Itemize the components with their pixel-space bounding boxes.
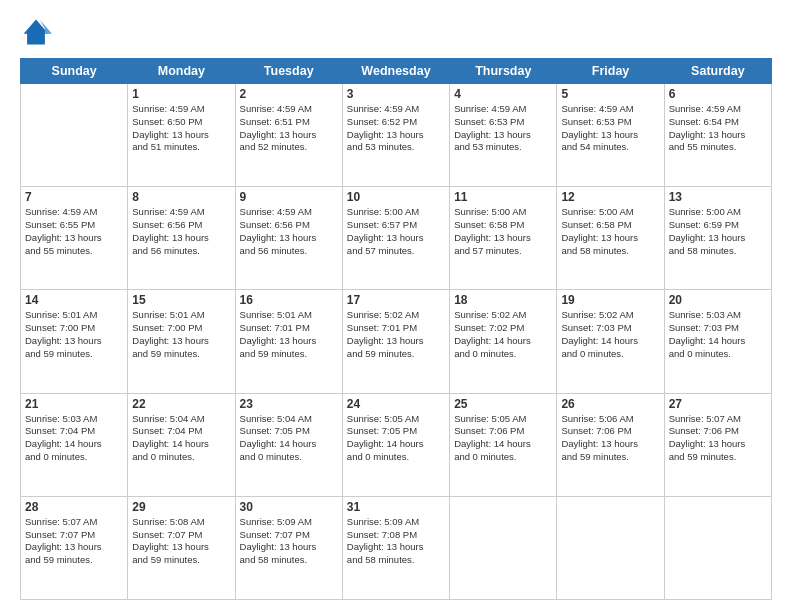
day-number: 7 <box>25 190 123 204</box>
calendar-cell: 28Sunrise: 5:07 AMSunset: 7:07 PMDayligh… <box>21 496 128 599</box>
day-number: 15 <box>132 293 230 307</box>
day-number: 2 <box>240 87 338 101</box>
calendar-cell <box>557 496 664 599</box>
calendar-cell <box>664 496 771 599</box>
day-number: 4 <box>454 87 552 101</box>
logo <box>20 16 56 48</box>
calendar-cell: 4Sunrise: 4:59 AMSunset: 6:53 PMDaylight… <box>450 84 557 187</box>
cell-info: Sunrise: 5:00 AMSunset: 6:59 PMDaylight:… <box>669 206 767 257</box>
cell-info: Sunrise: 4:59 AMSunset: 6:52 PMDaylight:… <box>347 103 445 154</box>
col-header-thursday: Thursday <box>450 59 557 84</box>
day-number: 24 <box>347 397 445 411</box>
cell-info: Sunrise: 5:02 AMSunset: 7:01 PMDaylight:… <box>347 309 445 360</box>
day-number: 10 <box>347 190 445 204</box>
day-number: 28 <box>25 500 123 514</box>
day-number: 26 <box>561 397 659 411</box>
calendar-cell: 25Sunrise: 5:05 AMSunset: 7:06 PMDayligh… <box>450 393 557 496</box>
calendar-cell: 12Sunrise: 5:00 AMSunset: 6:58 PMDayligh… <box>557 187 664 290</box>
calendar-cell: 31Sunrise: 5:09 AMSunset: 7:08 PMDayligh… <box>342 496 449 599</box>
cell-info: Sunrise: 4:59 AMSunset: 6:55 PMDaylight:… <box>25 206 123 257</box>
calendar-cell: 2Sunrise: 4:59 AMSunset: 6:51 PMDaylight… <box>235 84 342 187</box>
day-number: 21 <box>25 397 123 411</box>
day-number: 22 <box>132 397 230 411</box>
day-number: 12 <box>561 190 659 204</box>
cell-info: Sunrise: 5:02 AMSunset: 7:03 PMDaylight:… <box>561 309 659 360</box>
day-number: 5 <box>561 87 659 101</box>
col-header-wednesday: Wednesday <box>342 59 449 84</box>
day-number: 13 <box>669 190 767 204</box>
calendar-cell: 5Sunrise: 4:59 AMSunset: 6:53 PMDaylight… <box>557 84 664 187</box>
day-number: 29 <box>132 500 230 514</box>
calendar-week-4: 28Sunrise: 5:07 AMSunset: 7:07 PMDayligh… <box>21 496 772 599</box>
cell-info: Sunrise: 5:05 AMSunset: 7:06 PMDaylight:… <box>454 413 552 464</box>
calendar-cell <box>450 496 557 599</box>
day-number: 23 <box>240 397 338 411</box>
cell-info: Sunrise: 4:59 AMSunset: 6:51 PMDaylight:… <box>240 103 338 154</box>
day-number: 8 <box>132 190 230 204</box>
day-number: 25 <box>454 397 552 411</box>
cell-info: Sunrise: 5:02 AMSunset: 7:02 PMDaylight:… <box>454 309 552 360</box>
day-number: 14 <box>25 293 123 307</box>
cell-info: Sunrise: 5:09 AMSunset: 7:08 PMDaylight:… <box>347 516 445 567</box>
cell-info: Sunrise: 4:59 AMSunset: 6:53 PMDaylight:… <box>454 103 552 154</box>
cell-info: Sunrise: 4:59 AMSunset: 6:56 PMDaylight:… <box>240 206 338 257</box>
day-number: 6 <box>669 87 767 101</box>
calendar-cell: 30Sunrise: 5:09 AMSunset: 7:07 PMDayligh… <box>235 496 342 599</box>
calendar-cell <box>21 84 128 187</box>
cell-info: Sunrise: 5:07 AMSunset: 7:07 PMDaylight:… <box>25 516 123 567</box>
calendar-cell: 14Sunrise: 5:01 AMSunset: 7:00 PMDayligh… <box>21 290 128 393</box>
cell-info: Sunrise: 4:59 AMSunset: 6:56 PMDaylight:… <box>132 206 230 257</box>
calendar-cell: 9Sunrise: 4:59 AMSunset: 6:56 PMDaylight… <box>235 187 342 290</box>
day-number: 17 <box>347 293 445 307</box>
calendar-cell: 15Sunrise: 5:01 AMSunset: 7:00 PMDayligh… <box>128 290 235 393</box>
svg-marker-0 <box>24 20 49 45</box>
calendar-week-0: 1Sunrise: 4:59 AMSunset: 6:50 PMDaylight… <box>21 84 772 187</box>
cell-info: Sunrise: 5:01 AMSunset: 7:00 PMDaylight:… <box>132 309 230 360</box>
col-header-saturday: Saturday <box>664 59 771 84</box>
page: SundayMondayTuesdayWednesdayThursdayFrid… <box>0 0 792 612</box>
day-number: 16 <box>240 293 338 307</box>
calendar-cell: 13Sunrise: 5:00 AMSunset: 6:59 PMDayligh… <box>664 187 771 290</box>
calendar-cell: 22Sunrise: 5:04 AMSunset: 7:04 PMDayligh… <box>128 393 235 496</box>
calendar-cell: 3Sunrise: 4:59 AMSunset: 6:52 PMDaylight… <box>342 84 449 187</box>
calendar-cell: 20Sunrise: 5:03 AMSunset: 7:03 PMDayligh… <box>664 290 771 393</box>
day-number: 11 <box>454 190 552 204</box>
cell-info: Sunrise: 5:09 AMSunset: 7:07 PMDaylight:… <box>240 516 338 567</box>
calendar-cell: 6Sunrise: 4:59 AMSunset: 6:54 PMDaylight… <box>664 84 771 187</box>
cell-info: Sunrise: 5:01 AMSunset: 7:01 PMDaylight:… <box>240 309 338 360</box>
calendar-cell: 17Sunrise: 5:02 AMSunset: 7:01 PMDayligh… <box>342 290 449 393</box>
calendar-cell: 24Sunrise: 5:05 AMSunset: 7:05 PMDayligh… <box>342 393 449 496</box>
col-header-friday: Friday <box>557 59 664 84</box>
calendar-cell: 1Sunrise: 4:59 AMSunset: 6:50 PMDaylight… <box>128 84 235 187</box>
day-number: 9 <box>240 190 338 204</box>
day-number: 19 <box>561 293 659 307</box>
cell-info: Sunrise: 5:08 AMSunset: 7:07 PMDaylight:… <box>132 516 230 567</box>
calendar-week-3: 21Sunrise: 5:03 AMSunset: 7:04 PMDayligh… <box>21 393 772 496</box>
cell-info: Sunrise: 5:03 AMSunset: 7:04 PMDaylight:… <box>25 413 123 464</box>
calendar-cell: 18Sunrise: 5:02 AMSunset: 7:02 PMDayligh… <box>450 290 557 393</box>
day-number: 30 <box>240 500 338 514</box>
col-header-sunday: Sunday <box>21 59 128 84</box>
day-number: 3 <box>347 87 445 101</box>
cell-info: Sunrise: 5:00 AMSunset: 6:58 PMDaylight:… <box>561 206 659 257</box>
col-header-tuesday: Tuesday <box>235 59 342 84</box>
cell-info: Sunrise: 5:00 AMSunset: 6:57 PMDaylight:… <box>347 206 445 257</box>
day-number: 1 <box>132 87 230 101</box>
calendar-cell: 27Sunrise: 5:07 AMSunset: 7:06 PMDayligh… <box>664 393 771 496</box>
cell-info: Sunrise: 5:04 AMSunset: 7:05 PMDaylight:… <box>240 413 338 464</box>
calendar-cell: 21Sunrise: 5:03 AMSunset: 7:04 PMDayligh… <box>21 393 128 496</box>
cell-info: Sunrise: 5:03 AMSunset: 7:03 PMDaylight:… <box>669 309 767 360</box>
cell-info: Sunrise: 5:04 AMSunset: 7:04 PMDaylight:… <box>132 413 230 464</box>
calendar-cell: 29Sunrise: 5:08 AMSunset: 7:07 PMDayligh… <box>128 496 235 599</box>
calendar-cell: 10Sunrise: 5:00 AMSunset: 6:57 PMDayligh… <box>342 187 449 290</box>
calendar-cell: 23Sunrise: 5:04 AMSunset: 7:05 PMDayligh… <box>235 393 342 496</box>
logo-icon <box>20 16 52 48</box>
calendar-cell: 26Sunrise: 5:06 AMSunset: 7:06 PMDayligh… <box>557 393 664 496</box>
calendar-cell: 16Sunrise: 5:01 AMSunset: 7:01 PMDayligh… <box>235 290 342 393</box>
cell-info: Sunrise: 4:59 AMSunset: 6:54 PMDaylight:… <box>669 103 767 154</box>
cell-info: Sunrise: 5:00 AMSunset: 6:58 PMDaylight:… <box>454 206 552 257</box>
cell-info: Sunrise: 5:06 AMSunset: 7:06 PMDaylight:… <box>561 413 659 464</box>
calendar-table: SundayMondayTuesdayWednesdayThursdayFrid… <box>20 58 772 600</box>
cell-info: Sunrise: 5:05 AMSunset: 7:05 PMDaylight:… <box>347 413 445 464</box>
calendar-cell: 11Sunrise: 5:00 AMSunset: 6:58 PMDayligh… <box>450 187 557 290</box>
